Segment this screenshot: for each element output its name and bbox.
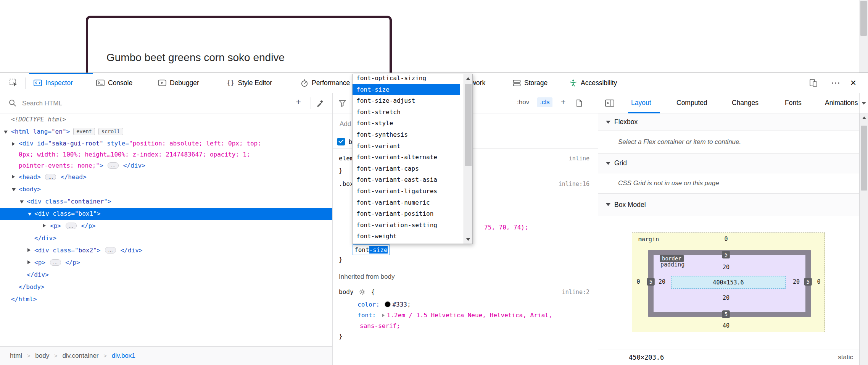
markup-line-div-box2[interactable]: <div class="box2"> … </div> [0,244,332,257]
search-input[interactable] [21,97,252,110]
section-collapse-icon[interactable] [606,162,610,165]
autocomplete-item[interactable]: font-weight [353,231,460,242]
eyedropper-icon[interactable] [316,99,324,107]
tab-accessibility[interactable]: Accessibility [569,73,617,93]
autocomplete-item[interactable]: font-synthesis [353,129,460,141]
breadcrumb-item-box1[interactable]: div.box1 [112,352,135,360]
sidebar-scrollbar-thumb[interactable] [861,126,867,191]
tab-computed[interactable]: Computed [676,93,707,112]
breadcrumb-item-body[interactable]: body [35,352,49,360]
expand-arrow-icon[interactable] [12,175,15,179]
breadcrumb-item-container[interactable]: div.container [62,352,98,360]
padding-top-value[interactable]: 20 [723,264,730,271]
collapsed-content-pill[interactable]: … [45,174,56,180]
markup-line-p[interactable]: <p> … </p> [0,220,332,232]
border-left-value[interactable]: 5 [647,278,655,286]
autocomplete-item[interactable]: font-style [353,118,460,129]
collapse-arrow-icon[interactable] [28,213,32,216]
border-top-value[interactable]: 5 [722,251,730,258]
devtools-close-button[interactable]: ✕ [850,73,857,93]
collapse-arrow-icon[interactable] [12,188,16,191]
grid-section-header[interactable]: Grid [598,153,859,173]
tab-debugger[interactable]: Debugger [158,73,199,93]
markup-line-html[interactable]: <html lang="en">eventscroll [0,126,332,138]
margin-bottom-value[interactable]: 40 [723,322,730,329]
sidebar-scrollbar[interactable] [859,113,868,365]
scroll-up-button[interactable] [860,116,868,119]
expand-arrow-icon[interactable] [12,142,15,146]
shorthand-expander-icon[interactable] [382,313,385,317]
markup-line-head[interactable]: <head> … </head> [0,171,332,183]
rule-location-link[interactable]: inline [569,153,589,164]
boxmodel-content-region[interactable]: 400×153.6 [671,276,786,289]
tab-animations[interactable]: Animations [825,93,858,112]
collapse-arrow-icon[interactable] [20,200,24,203]
responsive-design-button[interactable] [809,73,818,93]
autocomplete-scrollbar-thumb[interactable] [465,84,472,166]
page-scrollbar[interactable] [859,0,868,73]
scroll-badge[interactable]: scroll [98,128,123,135]
section-collapse-icon[interactable] [606,121,610,124]
autocomplete-item[interactable]: font-size-adjust [353,95,460,107]
autocomplete-item[interactable]: font-variant [353,141,460,152]
sidebar-tab-overflow-button[interactable] [859,93,868,113]
section-collapse-icon[interactable] [606,203,610,206]
class-panel-button[interactable]: .cls [537,97,552,107]
markup-line-div-box1-selected[interactable]: <div class="box1"> [0,208,332,220]
flexbox-section-header[interactable]: Flexbox [598,113,859,131]
autocomplete-item[interactable]: font-variant-east-asia [353,174,460,186]
markup-line-saka-gui-root[interactable]: <div id="saka-gui-root" style="position:… [0,138,332,171]
tab-fonts[interactable]: Fonts [785,93,802,112]
autocomplete-item[interactable]: font-variant-caps [353,163,460,174]
autocomplete-item[interactable]: font-variant-position [353,208,460,220]
breadcrumb-item-html[interactable]: html [10,352,22,360]
scroll-down-button[interactable] [464,235,472,244]
autocomplete-item[interactable]: font-stretch [353,107,460,118]
rule-body-selector[interactable]: body { inline:2 [333,287,598,297]
collapsed-content-pill[interactable]: … [66,223,77,229]
rule-body-color-property[interactable]: color: #333; [333,299,598,310]
markup-line-div-container[interactable]: <div class="container"> [0,195,332,208]
collapse-arrow-icon[interactable] [4,131,8,134]
markup-line-close-container[interactable]: </div> [0,269,332,281]
markup-line-close-box1[interactable]: </div> [0,232,332,244]
margin-top-value[interactable]: 0 [724,236,728,242]
rule-location-link[interactable]: inline:2 [562,287,589,297]
page-scrollbar-thumb[interactable] [860,1,867,36]
expand-arrow-icon[interactable] [27,260,31,264]
property-name-editor[interactable]: font-size [353,244,390,255]
autocomplete-item[interactable]: font-variant-numeric [353,197,460,208]
autocomplete-item[interactable]: font-variant-alternate [353,152,460,163]
margin-right-value[interactable]: 0 [817,278,820,285]
collapsed-content-pill[interactable]: … [105,247,116,254]
tab-storage[interactable]: Storage [513,73,548,93]
autocomplete-item[interactable]: font-optical-sizing [353,74,460,84]
autocomplete-item-selected[interactable]: font-size [353,84,460,95]
border-right-value[interactable]: 5 [804,278,812,286]
padding-right-value[interactable]: 20 [793,278,800,285]
add-node-button[interactable]: + [296,97,301,107]
devtools-menu-button[interactable]: ⋯ [831,73,840,93]
color-swatch[interactable] [385,301,391,307]
node-picker-button[interactable] [9,73,18,93]
markup-line-close-body[interactable]: </body> [0,281,332,293]
collapsed-content-pill[interactable]: … [108,162,119,169]
markup-line-close-html[interactable]: </html> [0,293,332,305]
print-simulation-icon[interactable] [575,99,583,107]
boxmodel-section-header[interactable]: Box Model [598,194,859,216]
rule-body-font-property[interactable]: font: 1.2em / 1.5 Helvetica Neue, Helvet… [333,310,585,331]
tab-layout[interactable]: Layout [631,93,651,112]
tab-inspector[interactable]: Inspector [34,73,73,93]
markup-line-p2[interactable]: <p> … </p> [0,257,332,269]
expand-arrow-icon[interactable] [27,248,31,252]
scroll-up-button[interactable] [464,74,472,82]
gear-icon[interactable] [359,289,366,295]
tab-style-editor[interactable]: {} Style Editor [227,73,272,93]
class-box1-checkbox[interactable] [337,138,345,145]
tab-console[interactable]: Console [96,73,132,93]
markup-line-body[interactable]: <body> [0,183,332,195]
autocomplete-item[interactable]: font-variation-setting [353,220,460,231]
margin-left-value[interactable]: 0 [636,278,640,285]
event-badge[interactable]: event [73,128,95,135]
padding-left-value[interactable]: 20 [659,278,665,285]
